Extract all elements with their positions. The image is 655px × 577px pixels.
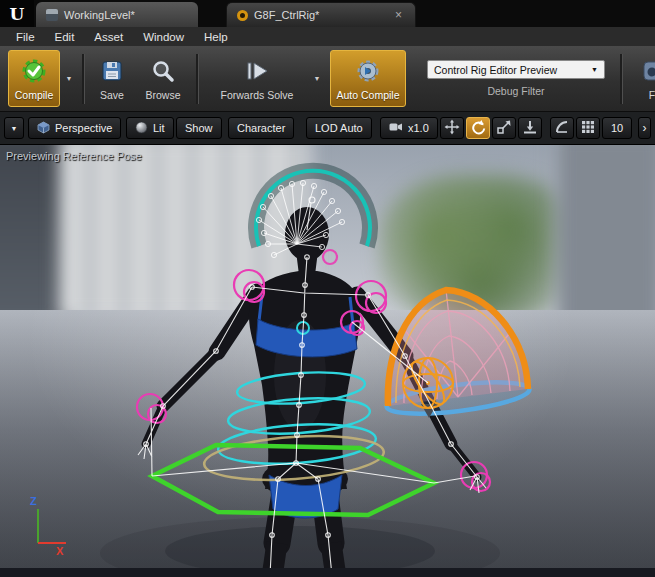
forwards-solve-label: Forwards Solve <box>221 89 294 101</box>
toolbar-expand-chevron[interactable]: › <box>638 117 651 139</box>
viewport-bottom-strip <box>0 568 655 577</box>
axis-x-label: X <box>56 545 64 557</box>
browse-label: Browse <box>145 89 180 101</box>
forwards-solve-dropdown[interactable]: ▼ <box>310 50 324 107</box>
toolbar-separator <box>620 54 623 104</box>
rotate-circle-icon <box>470 119 486 137</box>
grid-icon <box>581 120 595 136</box>
snap-floor-button[interactable] <box>518 117 542 139</box>
camera-speed-label: x1.0 <box>408 122 429 134</box>
tab-ctrlrig[interactable]: G8F_CtrlRig* × <box>226 2 416 27</box>
step-forward-icon <box>242 56 272 86</box>
menu-bar: File Edit Asset Window Help <box>0 27 655 46</box>
scene-overlay: Z X <box>0 145 655 577</box>
browse-button[interactable]: Browse <box>138 50 188 107</box>
toolbar-separator <box>196 54 199 104</box>
axis-z-label: Z <box>30 495 37 507</box>
find-label: Fin <box>649 89 655 101</box>
gear-icon <box>355 56 381 86</box>
lit-button[interactable]: Lit <box>126 117 174 139</box>
character-label: Character <box>237 122 285 134</box>
level-icon <box>46 9 58 21</box>
show-button[interactable]: Show <box>176 117 222 139</box>
debug-filter-dropdown[interactable]: Control Rig Editor Preview ▼ <box>427 60 605 79</box>
save-button[interactable]: Save <box>90 50 134 107</box>
menu-window[interactable]: Window <box>133 29 194 45</box>
toolbar-separator <box>82 54 85 104</box>
unreal-control-rig-editor: U WorkingLevel* G8F_CtrlRig* × File Edit… <box>0 0 655 577</box>
lit-label: Lit <box>153 122 165 134</box>
tab-bar: U WorkingLevel* G8F_CtrlRig* × <box>0 0 655 27</box>
axis-gizmo: Z X <box>30 495 66 557</box>
perspective-label: Perspective <box>55 122 112 134</box>
debug-filter-group: Control Rig Editor Preview ▼ Debug Filte… <box>418 50 614 97</box>
menu-file[interactable]: File <box>6 29 45 45</box>
compile-button[interactable]: Compile <box>8 50 60 107</box>
viewport-options-dropdown[interactable]: ▼ <box>4 117 24 139</box>
gear-check-icon <box>21 56 47 86</box>
move-tool-button[interactable] <box>440 117 464 139</box>
caret-down-icon: ▼ <box>591 66 598 73</box>
scale-arrows-icon <box>496 119 512 137</box>
perspective-button[interactable]: Perspective <box>28 117 121 139</box>
cube-icon <box>37 121 50 136</box>
show-label: Show <box>185 122 213 134</box>
grid-snap-value-button[interactable]: 10 <box>602 117 632 139</box>
viewport-toolbar: ▼ Perspective Lit <box>0 112 655 145</box>
binoculars-icon <box>643 56 655 86</box>
tab-working-level[interactable]: WorkingLevel* <box>36 2 198 27</box>
compile-label: Compile <box>15 89 54 101</box>
menu-edit[interactable]: Edit <box>45 29 85 45</box>
auto-compile-button[interactable]: Auto Compile <box>330 50 406 107</box>
scale-tool-button[interactable] <box>492 117 516 139</box>
lod-label: LOD Auto <box>315 122 363 134</box>
control-rig-icon <box>237 10 248 21</box>
save-label: Save <box>100 89 124 101</box>
viewport-status-text: Previewing Reference Pose <box>6 150 142 162</box>
debug-filter-value: Control Rig Editor Preview <box>434 64 557 76</box>
rotation-snap-button[interactable] <box>550 117 574 139</box>
grid-snap-button[interactable] <box>576 117 600 139</box>
grid-snap-value: 10 <box>611 122 623 134</box>
tab-label: G8F_CtrlRig* <box>254 9 319 21</box>
forwards-solve-button[interactable]: Forwards Solve <box>206 50 308 107</box>
debug-filter-label: Debug Filter <box>487 85 544 97</box>
auto-compile-label: Auto Compile <box>336 89 399 101</box>
lod-button[interactable]: LOD Auto <box>306 117 372 139</box>
camera-icon <box>389 120 403 136</box>
compile-dropdown[interactable]: ▼ <box>62 50 76 107</box>
magnifier-icon <box>151 56 175 86</box>
main-toolbar: Compile ▼ Save <box>0 46 655 112</box>
viewport-3d[interactable]: Z X Previewing Reference Pose <box>0 145 655 577</box>
menu-help[interactable]: Help <box>194 29 238 45</box>
unreal-logo-icon[interactable]: U <box>0 0 34 27</box>
sphere-icon <box>135 121 148 136</box>
camera-speed-button[interactable]: x1.0 <box>380 117 438 139</box>
menu-asset[interactable]: Asset <box>84 29 133 45</box>
find-button[interactable]: Fin <box>628 50 655 107</box>
close-icon[interactable]: × <box>392 8 405 22</box>
tab-label: WorkingLevel* <box>64 9 135 21</box>
rotate-tool-button[interactable] <box>466 117 490 139</box>
floppy-icon <box>100 56 124 86</box>
character-button[interactable]: Character <box>228 117 294 139</box>
protractor-icon <box>554 119 570 137</box>
snap-floor-icon <box>522 119 538 137</box>
move-arrows-icon <box>444 119 460 137</box>
